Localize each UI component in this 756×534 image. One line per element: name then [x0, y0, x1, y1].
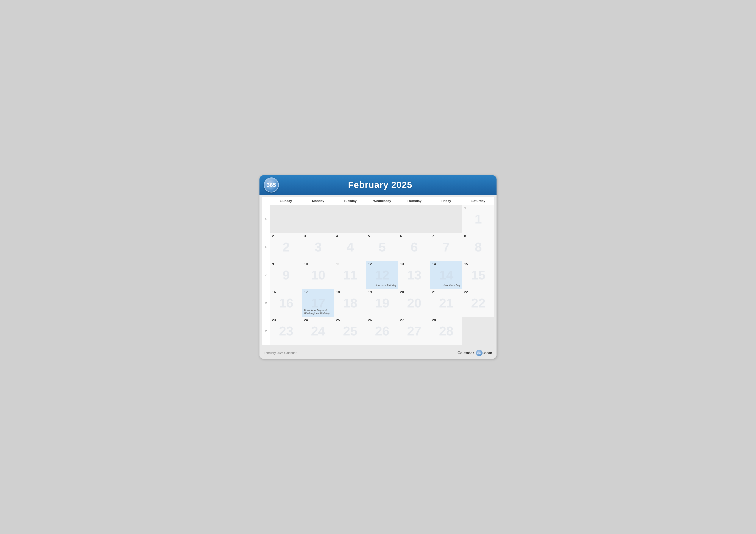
cal-cell-6: 66: [398, 233, 430, 261]
date-number: 28: [432, 318, 461, 322]
footer-brand-prefix: Calendar-: [458, 351, 475, 355]
day-header-monday: Monday: [302, 197, 335, 205]
watermark-num: 4: [346, 240, 354, 254]
event-label: Presidents Day and Washington's Birthday: [304, 309, 334, 315]
day-header-sunday: Sunday: [270, 197, 302, 205]
cal-cell-empty-w0d2: [334, 205, 366, 233]
cal-cell-25: 2525: [334, 317, 366, 345]
footer-brand-badge: 365: [476, 350, 482, 356]
cal-cell-2: 22: [270, 233, 302, 261]
calendar-header: 365 February 2025: [259, 175, 497, 195]
cal-cell-empty-w0d4: [398, 205, 430, 233]
date-number: 9: [272, 262, 300, 266]
calendar-footer: February 2025 Calendar Calendar- 365 .co…: [259, 347, 497, 359]
calendar-grid: 511622334455667788799101011111212Lincoln…: [262, 205, 494, 345]
date-number: 15: [464, 262, 493, 266]
date-number: 21: [432, 290, 461, 294]
event-label: Lincoln's Birthday: [376, 284, 396, 287]
watermark-num: 8: [475, 240, 482, 254]
cal-cell-10: 1010: [302, 261, 335, 289]
cal-cell-28: 2828: [430, 317, 463, 345]
date-number: 12: [368, 262, 396, 266]
cal-cell-18: 1818: [334, 289, 366, 317]
date-number: 25: [336, 318, 364, 322]
cal-cell-21: 2121: [430, 289, 463, 317]
cal-cell-8: 88: [462, 233, 494, 261]
calendar-title: February 2025: [283, 180, 477, 190]
date-number: 24: [304, 318, 333, 322]
watermark-num: 5: [379, 240, 386, 254]
footer-brand-suffix: .com: [483, 351, 492, 355]
date-number: 23: [272, 318, 300, 322]
date-number: 17: [304, 290, 333, 294]
day-header-friday: Friday: [430, 197, 463, 205]
calendar-body: Sunday Monday Tuesday Wednesday Thursday…: [262, 197, 494, 345]
watermark-num: 18: [343, 295, 358, 310]
day-header-tuesday: Tuesday: [334, 197, 366, 205]
cal-cell-9: 99: [270, 261, 302, 289]
cal-cell-5: 55: [366, 233, 398, 261]
footer-label: February 2025 Calendar: [264, 351, 297, 355]
watermark-num: 23: [279, 323, 293, 338]
logo-badge: 365: [264, 177, 279, 192]
week-num-header: [262, 197, 270, 205]
watermark-num: 16: [279, 295, 293, 310]
cal-cell-7: 77: [430, 233, 463, 261]
date-number: 7: [432, 234, 461, 238]
watermark-num: 24: [311, 323, 325, 338]
cal-cell-22: 2222: [462, 289, 494, 317]
watermark-num: 7: [443, 240, 450, 254]
watermark-num: 27: [407, 323, 421, 338]
watermark-num: 21: [439, 295, 453, 310]
cal-cell-empty-w0d1: [302, 205, 335, 233]
week-number-8: 8: [262, 289, 270, 317]
watermark-num: 22: [471, 295, 486, 310]
watermark-num: 28: [439, 323, 453, 338]
week-number-7: 7: [262, 261, 270, 289]
footer-brand: Calendar- 365 .com: [458, 350, 492, 356]
watermark-num: 25: [343, 323, 358, 338]
watermark-num: 17: [311, 295, 325, 310]
cal-cell-empty-w4d6: [462, 317, 494, 345]
watermark-num: 3: [315, 240, 322, 254]
date-number: 19: [368, 290, 396, 294]
cal-cell-15: 1515: [462, 261, 494, 289]
day-header-wednesday: Wednesday: [366, 197, 398, 205]
watermark-num: 15: [471, 267, 486, 282]
watermark-num: 19: [375, 295, 390, 310]
watermark-num: 12: [375, 267, 390, 282]
cal-cell-11: 1111: [334, 261, 366, 289]
week-number-5: 5: [262, 205, 270, 233]
date-number: 10: [304, 262, 333, 266]
date-number: 2: [272, 234, 300, 238]
watermark-num: 9: [283, 267, 290, 282]
date-number: 8: [464, 234, 493, 238]
date-number: 16: [272, 290, 300, 294]
date-number: 11: [336, 262, 364, 266]
cal-cell-13: 1313: [398, 261, 430, 289]
date-number: 4: [336, 234, 364, 238]
date-number: 5: [368, 234, 396, 238]
date-number: 14: [432, 262, 461, 266]
date-number: 13: [400, 262, 428, 266]
cal-cell-19: 1919: [366, 289, 398, 317]
watermark-num: 14: [439, 267, 453, 282]
day-headers-row: Sunday Monday Tuesday Wednesday Thursday…: [262, 197, 494, 205]
watermark-num: 26: [375, 323, 390, 338]
week-number-9: 9: [262, 317, 270, 345]
date-number: 22: [464, 290, 493, 294]
date-number: 1: [464, 206, 493, 210]
cal-cell-3: 33: [302, 233, 335, 261]
watermark-num: 6: [411, 240, 418, 254]
watermark-num: 11: [343, 267, 358, 282]
cal-cell-empty-w0d3: [366, 205, 398, 233]
cal-cell-empty-w0d5: [430, 205, 463, 233]
cal-cell-4: 44: [334, 233, 366, 261]
cal-cell-16: 1616: [270, 289, 302, 317]
watermark-num: 10: [311, 267, 325, 282]
cal-cell-empty-w0d0: [270, 205, 302, 233]
cal-cell-26: 2626: [366, 317, 398, 345]
watermark-num: 1: [475, 212, 482, 226]
day-header-saturday: Saturday: [462, 197, 494, 205]
date-number: 26: [368, 318, 396, 322]
